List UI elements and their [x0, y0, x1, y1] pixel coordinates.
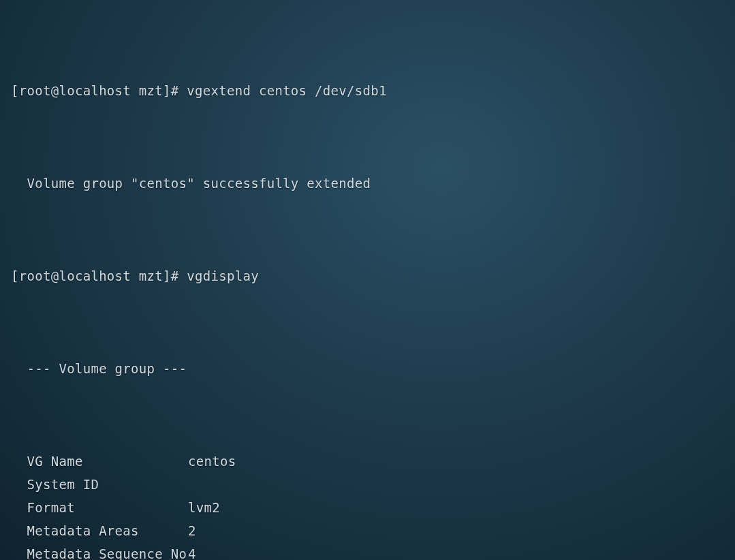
row-value: 2	[188, 519, 196, 542]
vgdisplay-row: Metadata Sequence No4	[11, 542, 724, 560]
vgdisplay-row: Formatlvm2	[11, 496, 724, 519]
row-label: VG Name	[11, 450, 188, 473]
shell-prompt: [root@localhost mzt]#	[11, 83, 187, 98]
row-value: 4	[188, 542, 196, 560]
shell-prompt: [root@localhost mzt]#	[11, 268, 187, 283]
vgdisplay-header: --- Volume group ---	[11, 357, 724, 380]
row-value: lvm2	[188, 496, 220, 519]
command-line-1: [root@localhost mzt]# vgextend centos /d…	[11, 79, 724, 102]
command-text: vgextend centos /dev/sdb1	[187, 83, 386, 98]
vgextend-result: Volume group "centos" successfully exten…	[11, 172, 724, 195]
row-label: Metadata Areas	[11, 519, 188, 542]
row-value: centos	[188, 450, 236, 473]
vgdisplay-row: VG Namecentos	[11, 450, 724, 473]
row-label: Metadata Sequence No	[11, 542, 188, 560]
command-line-2: [root@localhost mzt]# vgdisplay	[11, 264, 724, 287]
terminal-output: [root@localhost mzt]# vgextend centos /d…	[0, 0, 735, 560]
row-label: Format	[11, 496, 188, 519]
command-text: vgdisplay	[187, 268, 259, 283]
vgdisplay-row: Metadata Areas2	[11, 519, 724, 542]
row-label: System ID	[11, 473, 188, 496]
vgdisplay-row: System ID	[11, 473, 724, 496]
